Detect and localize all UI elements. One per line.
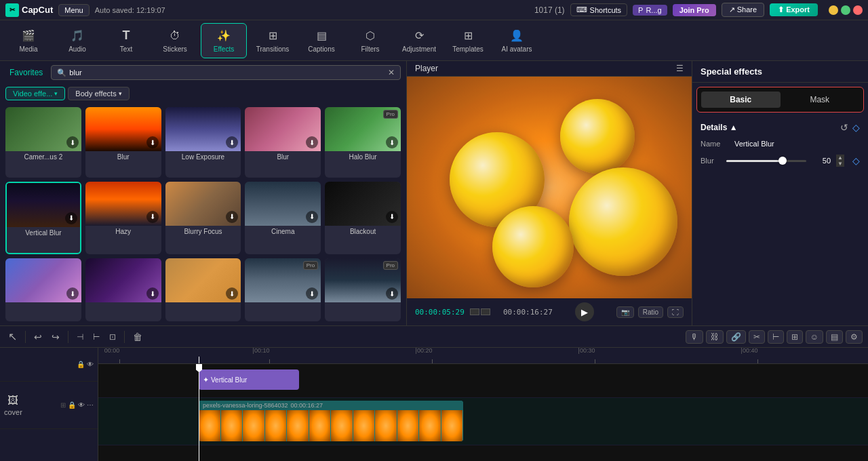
effect-card-low-exposure[interactable]: ⬇ Low Exposure <box>165 107 241 178</box>
tab-basic[interactable]: Basic <box>701 92 781 108</box>
mic-button[interactable]: 🎙 <box>686 330 703 344</box>
play-button[interactable]: ▶ <box>575 302 594 321</box>
keyframe-icon[interactable]: ◇ <box>852 122 860 133</box>
cover-icon: 🖼 <box>7 395 18 407</box>
close-button[interactable] <box>853 5 863 15</box>
tool-captions[interactable]: ▤ Captions <box>298 23 344 58</box>
timeline: ↖ ↩ ↪ ⊣ ⊢ ⊡ 🗑 🎙 ⛓ 🔗 ✂ ⊢ ⊞ ☺ ▤ ⚙ <box>0 325 868 461</box>
effect-card-pro1[interactable]: Pro ⬇ <box>245 258 321 321</box>
screenshot-button[interactable]: 📷 <box>616 306 634 318</box>
split-left-button[interactable]: ⊣ <box>74 331 86 343</box>
effect-card-pro2[interactable]: Pro ⬇ <box>325 258 401 321</box>
redo-button[interactable]: ↪ <box>49 330 62 344</box>
effect-name-value: Vertical Blur <box>734 140 860 148</box>
effect-clip-vertical-blur[interactable]: ✦ Vertical Blur <box>199 369 299 390</box>
minimize-button[interactable] <box>829 5 838 15</box>
blur-keyframe-icon[interactable]: ◇ <box>852 155 860 166</box>
tool-text[interactable]: T Text <box>103 23 149 58</box>
add-track-icon[interactable]: ⊞ <box>60 401 66 409</box>
track-placeholder <box>4 358 18 372</box>
tool-adjustment[interactable]: ⟳ Adjustment <box>396 23 442 58</box>
search-icon: 🔍 <box>57 68 66 77</box>
frame-boxes <box>470 308 490 315</box>
effect-card-concert[interactable]: ⬇ <box>85 258 161 321</box>
delete-button[interactable]: 🗑 <box>130 330 145 344</box>
player-title: Player <box>415 64 438 73</box>
split-button[interactable]: ⊢ <box>768 330 784 344</box>
filters-icon: ⬡ <box>363 28 378 43</box>
effect-card-blur[interactable]: ⬇ Blur <box>85 107 161 178</box>
effect-card-blur3[interactable]: ⬇ <box>165 258 241 321</box>
stickers-label: Stickers <box>163 45 187 53</box>
copy-button[interactable]: ⊞ <box>787 330 803 344</box>
value-stepper[interactable]: ▲ ▼ <box>836 155 844 167</box>
effect-card-cinema[interactable]: ⬇ Cinema <box>245 182 321 255</box>
effect-card-hazy[interactable]: ⬇ Hazy <box>85 182 161 255</box>
right-panel: Special effects Basic Mask Details ▲ ↺ ◇ <box>692 61 868 325</box>
body-effects-tab[interactable]: Body effects ▾ <box>68 87 129 100</box>
reset-icon[interactable]: ↺ <box>840 122 848 133</box>
slider-thumb[interactable] <box>778 157 787 165</box>
video-frame <box>407 77 692 298</box>
split-both-button[interactable]: ⊡ <box>106 331 119 343</box>
favorites-button[interactable]: Favorites <box>5 66 47 79</box>
share-icon: ↗ <box>729 5 735 14</box>
fullscreen-button[interactable]: ⛶ <box>667 306 684 318</box>
video-clip[interactable]: pexels-vanessa-loring-5864032 00:00:16:2… <box>199 401 463 441</box>
tool-templates[interactable]: ⊞ Templates <box>445 23 491 58</box>
timeline-tracks: ✦ Vertical Blur pexels-vanessa-loring-58… <box>98 364 868 461</box>
join-pro-button[interactable]: Join Pro <box>673 4 716 16</box>
lock-icon[interactable]: 🔒 <box>68 401 76 409</box>
layer-button[interactable]: ▤ <box>826 330 843 344</box>
effect-card-anime[interactable]: ⬇ <box>5 258 81 321</box>
settings-button[interactable]: ⚙ <box>846 330 863 344</box>
shortcuts-button[interactable]: ⌨ Shortcuts <box>570 3 627 16</box>
share-button[interactable]: ↗ Share <box>722 3 764 17</box>
trim-button[interactable]: ✂ <box>749 330 765 344</box>
clip-frame <box>441 410 464 441</box>
slider-fill <box>726 160 783 162</box>
clip-frames <box>199 410 463 441</box>
tool-ai-avatars[interactable]: 👤 AI avatars <box>494 23 540 58</box>
export-button[interactable]: ⬆ Export <box>770 3 818 16</box>
ratio-button[interactable]: Ratio <box>638 306 663 318</box>
templates-label: Templates <box>452 45 484 53</box>
effect-card-blackout[interactable]: ⬇ Blackout <box>325 182 401 255</box>
tool-stickers[interactable]: ⏱ Stickers <box>152 23 198 58</box>
video-effects-tab[interactable]: Video effe... ▾ <box>5 87 65 100</box>
slider-track <box>726 160 806 162</box>
step-down-button[interactable]: ▼ <box>836 161 844 167</box>
more-icon[interactable]: ⋯ <box>87 401 94 409</box>
tool-filters[interactable]: ⬡ Filters <box>347 23 393 58</box>
menu-button[interactable]: Menu <box>58 4 90 16</box>
effect-label <box>5 302 81 307</box>
player-menu-icon[interactable]: ☰ <box>676 64 684 73</box>
clear-search-button[interactable]: ✕ <box>388 68 395 77</box>
tool-transitions[interactable]: ⊞ Transitions <box>250 23 296 58</box>
split-right-button[interactable]: ⊢ <box>90 331 102 343</box>
select-tool-button[interactable]: ↖ <box>5 329 20 344</box>
effect-card-blur2[interactable]: ⬇ Blur <box>245 107 321 178</box>
effect-card-blurry-focus[interactable]: ⬇ Blurry Focus <box>165 182 241 255</box>
magnet-button[interactable]: 🔗 <box>726 330 746 344</box>
tool-audio[interactable]: 🎵 Audio <box>54 23 100 58</box>
effect-card-halo-blur[interactable]: Pro ⬇ Halo Blur <box>325 107 401 178</box>
search-input[interactable] <box>69 68 385 77</box>
tool-effects[interactable]: ✨ Effects <box>201 23 247 58</box>
step-up-button[interactable]: ▲ <box>836 155 844 161</box>
lock-icon[interactable]: 🔒 <box>77 361 85 368</box>
maximize-button[interactable] <box>841 5 850 15</box>
effect-card-camera[interactable]: ⬇ Camer...us 2 <box>5 107 81 178</box>
effect-card-vertical-blur[interactable]: ⬇ Vertical Blur <box>5 182 81 255</box>
tab-mask[interactable]: Mask <box>781 92 860 108</box>
blur-slider[interactable] <box>726 155 806 166</box>
emoji-button[interactable]: ☺ <box>806 330 823 344</box>
timeline-content: 🔒 👁 🖼 cover ⊞ 🔒 👁 ⋯ <box>0 348 868 461</box>
link-button[interactable]: ⛓ <box>706 330 724 344</box>
visibility-icon[interactable]: 👁 <box>78 401 85 409</box>
tool-media[interactable]: 🎬 Media <box>5 23 52 58</box>
visibility-icon[interactable]: 👁 <box>87 361 94 368</box>
effect-thumbnail: ⬇ <box>165 107 241 151</box>
undo-button[interactable]: ↩ <box>31 330 45 344</box>
track-icons: ⊞ 🔒 👁 ⋯ <box>60 401 94 409</box>
